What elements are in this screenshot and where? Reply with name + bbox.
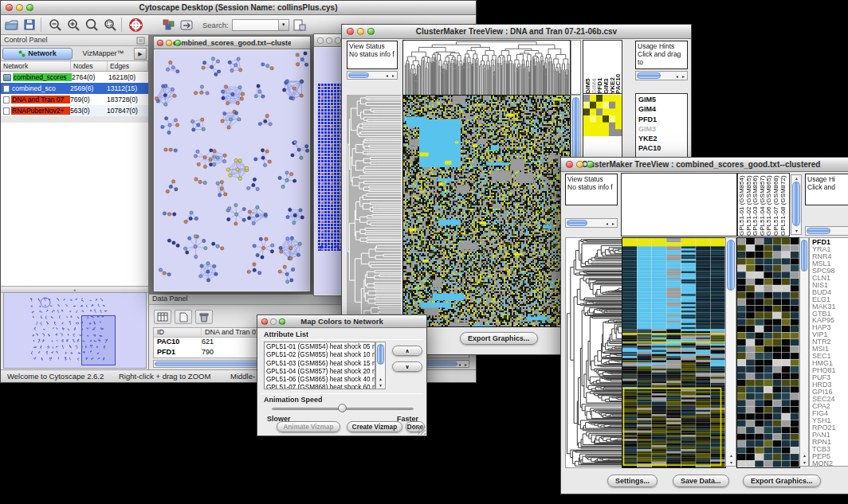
- slider-thumb[interactable]: [338, 404, 347, 412]
- col-network[interactable]: Network: [1, 61, 71, 71]
- scroll-right-icon[interactable]: ▸: [390, 72, 397, 79]
- zoom-vscrollbar[interactable]: ▴ ▾: [799, 237, 809, 467]
- network-view-titlebar[interactable]: combined_scores_good.txt--cluste...: [154, 37, 310, 49]
- scroll-right-icon[interactable]: ▸: [462, 361, 469, 368]
- network-table-row[interactable]: RNAPuberNov2+563(0)107847(0): [1, 105, 148, 116]
- scroll-down-icon[interactable]: ▾: [728, 459, 735, 466]
- zoom-matrix-canvas[interactable]: [583, 95, 622, 136]
- attribute-list-item[interactable]: GPL51-04 (GSM857) heat shock 20 min: [266, 368, 373, 376]
- float-panel-icon[interactable]: [136, 37, 145, 45]
- zoom-fit-button[interactable]: [84, 18, 100, 33]
- snapshot-button[interactable]: [179, 18, 194, 33]
- close-button[interactable]: [317, 37, 324, 44]
- column-label[interactable]: GPL51-07 (GSM868): [773, 174, 780, 236]
- column-label[interactable]: GIM3: [603, 41, 610, 94]
- minimize-button[interactable]: [326, 37, 332, 44]
- create-vizmap-button[interactable]: Create Vizmap: [347, 421, 402, 432]
- attribute-list-item[interactable]: GPL51-02 (GSM855) heat shock 10 min: [266, 351, 373, 359]
- heatmap-canvas[interactable]: [402, 95, 571, 327]
- zoom-out-button[interactable]: [47, 18, 63, 33]
- view-status-scrollbar[interactable]: ◂ ▸: [347, 71, 398, 80]
- scroll-down-icon[interactable]: ▾: [377, 382, 384, 389]
- annotation-button[interactable]: [292, 18, 308, 33]
- scroll-up-icon[interactable]: ▴: [377, 376, 384, 382]
- close-button[interactable]: [347, 28, 354, 35]
- network-table-row[interactable]: DNA and Tran 07769(0)183728(0): [1, 94, 148, 105]
- open-file-button[interactable]: [3, 18, 19, 33]
- column-label[interactable]: GPL51-01 (GSM854): [739, 174, 746, 236]
- minimize-button[interactable]: [16, 4, 23, 11]
- column-label[interactable]: GPL51-06 (GSM865): [766, 174, 773, 236]
- attribute-list-vscrollbar[interactable]: ▴ ▾: [375, 342, 386, 389]
- treeview2-button[interactable]: Export Graphics...: [743, 475, 821, 487]
- column-dendrogram-canvas[interactable]: [402, 40, 571, 96]
- close-button[interactable]: [261, 318, 268, 325]
- col-edges[interactable]: Edges: [108, 61, 148, 71]
- resize-grip[interactable]: [417, 426, 426, 435]
- dialog-titlebar[interactable]: Map Colors to Network: [257, 315, 426, 328]
- delete-attribute-button[interactable]: [195, 310, 213, 324]
- gene-label[interactable]: YKE2: [638, 134, 687, 143]
- attribute-list-item[interactable]: GPL51-01 (GSM854) heat shock 05 min: [266, 343, 373, 351]
- move-down-button[interactable]: ∨: [392, 361, 422, 372]
- save-session-button[interactable]: [22, 18, 37, 33]
- network-view-canvas[interactable]: [155, 50, 309, 291]
- gene-label[interactable]: PFD1: [638, 115, 687, 124]
- gene-label[interactable]: GIM5: [638, 95, 687, 104]
- search-dropdown-icon[interactable]: ▼: [278, 20, 289, 30]
- zoom-button[interactable]: [26, 4, 33, 11]
- scroll-down-icon[interactable]: ▾: [801, 459, 808, 466]
- attr-col-id[interactable]: ID: [154, 328, 202, 337]
- tab-vizmapper[interactable]: VizMapper™: [73, 49, 134, 57]
- birdseye-overview-canvas[interactable]: [3, 292, 147, 369]
- tab-overflow-arrow[interactable]: ▶: [134, 48, 147, 60]
- scroll-right-icon[interactable]: ▸: [680, 73, 687, 80]
- treeview2-button[interactable]: Save Data...: [673, 475, 729, 487]
- close-button[interactable]: [6, 4, 13, 11]
- zoom-button[interactable]: [587, 161, 594, 168]
- attribute-list-item[interactable]: GPL51-03 (GSM856) heat shock 15 min: [266, 360, 373, 368]
- view-status-scrollbar[interactable]: ◂ ▸: [565, 218, 618, 228]
- network-table-row[interactable]: combined_sco2569(6)13112(15): [1, 83, 148, 94]
- close-button[interactable]: [157, 40, 163, 46]
- minimize-button[interactable]: [576, 161, 583, 168]
- row-dendrogram-canvas[interactable]: [565, 237, 622, 468]
- close-button[interactable]: [566, 161, 573, 168]
- gene-label[interactable]: GIM3: [638, 124, 687, 134]
- attribute-list-item[interactable]: GPL51-07 (GSM868) heat shock 60 min: [266, 384, 373, 389]
- heatmap-canvas[interactable]: [622, 237, 726, 468]
- zoom-button[interactable]: [367, 28, 375, 35]
- vizmapper-tool-button[interactable]: [160, 18, 176, 33]
- col-nodes[interactable]: Nodes: [71, 61, 108, 71]
- minimize-button[interactable]: [357, 28, 364, 35]
- column-labels-vscrollbar[interactable]: ▴ ▾: [791, 174, 802, 235]
- gene-label[interactable]: GIM4: [638, 104, 687, 114]
- zoom-in-button[interactable]: [65, 18, 81, 33]
- minimize-button[interactable]: [270, 318, 277, 325]
- new-attribute-button[interactable]: [175, 310, 192, 324]
- usage-hints-scrollbar[interactable]: [805, 226, 848, 236]
- move-up-button[interactable]: ∧: [392, 346, 422, 356]
- column-label[interactable]: GIM5: [585, 41, 591, 94]
- treeview2-button[interactable]: Settings...: [607, 475, 658, 487]
- animate-vizmap-button[interactable]: Animate Vizmap: [277, 421, 340, 432]
- attribute-list[interactable]: GPL51-01 (GSM854) heat shock 05 minGPL51…: [264, 342, 375, 389]
- treeview1-button[interactable]: Export Graphics...: [460, 332, 538, 345]
- zoom-selected-button[interactable]: [102, 18, 118, 33]
- minimize-button[interactable]: [166, 40, 172, 46]
- treeview1-titlebar[interactable]: ClusterMaker TreeView : DNA and Tran 07-…: [342, 25, 691, 39]
- column-label[interactable]: GPL51-08 (GSM872): [780, 174, 787, 236]
- usage-hints-scrollbar[interactable]: ◂ ▸: [635, 71, 688, 80]
- zoom-button[interactable]: [335, 37, 341, 44]
- gene-label[interactable]: PAC10: [638, 143, 687, 153]
- zoom-heatmap-canvas[interactable]: [736, 237, 800, 468]
- heatmap-vscrollbar[interactable]: ▴ ▾: [725, 237, 736, 467]
- treeview2-titlebar[interactable]: ClusterMaker TreeView : combined_scores_…: [561, 158, 848, 172]
- scroll-up-icon[interactable]: ▴: [801, 452, 808, 459]
- scroll-right-icon[interactable]: ▸: [610, 221, 617, 227]
- tab-network[interactable]: Network: [2, 48, 73, 60]
- gene-label[interactable]: MON2: [812, 460, 848, 467]
- zoom-button[interactable]: [279, 318, 285, 325]
- column-label[interactable]: GPL51-03 (GSM856): [752, 174, 760, 236]
- column-label[interactable]: PFD1: [597, 41, 603, 94]
